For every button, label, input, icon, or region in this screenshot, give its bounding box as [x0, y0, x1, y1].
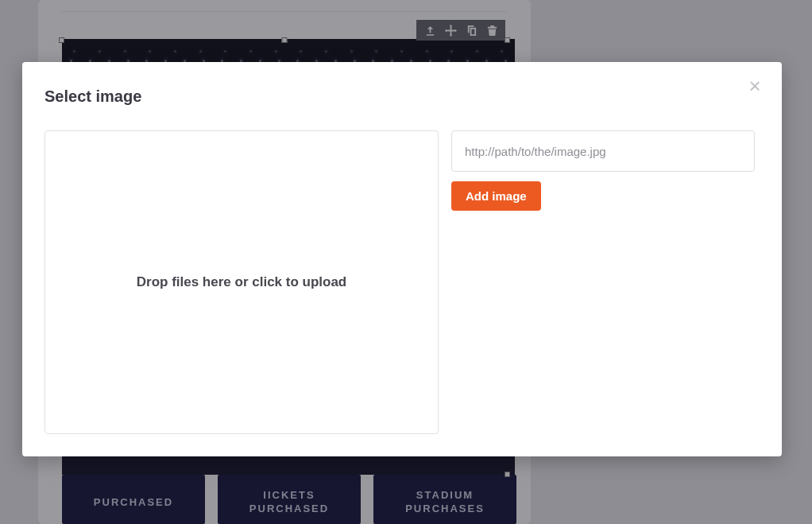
dropzone-label: Drop files here or click to upload: [137, 274, 347, 290]
image-url-input[interactable]: [451, 130, 755, 172]
file-dropzone[interactable]: Drop files here or click to upload: [44, 130, 439, 434]
modal-title: Select image: [44, 87, 141, 106]
close-icon[interactable]: ×: [745, 76, 764, 95]
add-image-button[interactable]: Add image: [451, 181, 541, 211]
select-image-modal: Select image × Drop files here or click …: [22, 62, 782, 456]
